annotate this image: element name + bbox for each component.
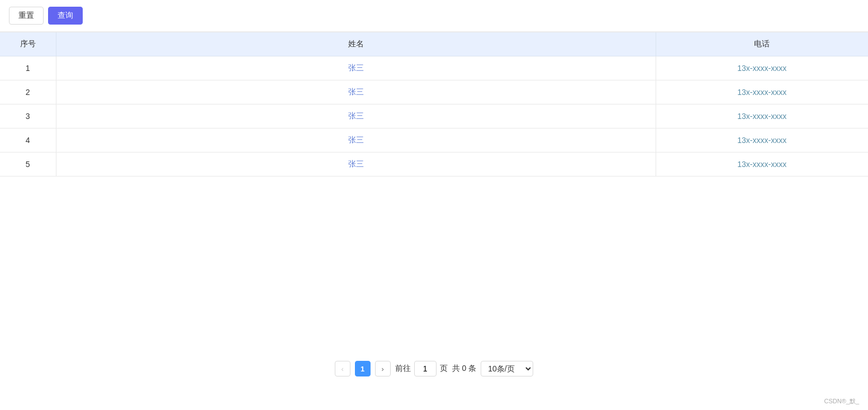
col-header-name: 姓名 [56, 32, 656, 56]
cell-phone[interactable]: 13x-xxxx-xxxx [656, 128, 868, 152]
table-header: 序号 姓名 电话 [0, 32, 868, 56]
cell-name[interactable]: 张三 [56, 56, 656, 80]
query-button[interactable]: 查询 [48, 7, 83, 25]
goto-suffix: 页 [440, 364, 448, 374]
table-row: 4张三13x-xxxx-xxxx [0, 128, 868, 152]
next-page-button[interactable]: › [375, 361, 391, 376]
table-container: 序号 姓名 电话 1张三13x-xxxx-xxxx2张三13x-xxxx-xxx… [0, 32, 868, 177]
cell-phone[interactable]: 13x-xxxx-xxxx [656, 80, 868, 104]
watermark: CSDN®_默_ [824, 397, 859, 406]
goto-input[interactable] [414, 361, 437, 376]
page-1-button[interactable]: 1 [355, 361, 371, 376]
col-header-phone: 电话 [656, 32, 868, 56]
prev-page-button[interactable]: ‹ [335, 361, 350, 376]
table-row: 5张三13x-xxxx-xxxx [0, 152, 868, 177]
page-wrapper: 重置 查询 序号 姓名 电话 1张三13x-xxxx-xxxx2张三13x-xx… [0, 0, 868, 410]
toolbar: 重置 查询 [0, 0, 868, 32]
cell-phone[interactable]: 13x-xxxx-xxxx [656, 152, 868, 177]
table-row: 1张三13x-xxxx-xxxx [0, 56, 868, 80]
cell-seq: 5 [0, 152, 56, 177]
page-goto: 前往 页 [395, 361, 448, 376]
cell-seq: 1 [0, 56, 56, 80]
reset-button[interactable]: 重置 [9, 7, 44, 25]
table-body: 1张三13x-xxxx-xxxx2张三13x-xxxx-xxxx3张三13x-x… [0, 56, 868, 177]
table-row: 3张三13x-xxxx-xxxx [0, 104, 868, 128]
cell-seq: 3 [0, 104, 56, 128]
cell-name[interactable]: 张三 [56, 152, 656, 177]
total-count: 共 0 条 [452, 364, 477, 374]
cell-name[interactable]: 张三 [56, 104, 656, 128]
cell-phone[interactable]: 13x-xxxx-xxxx [656, 56, 868, 80]
pagination: ‹ 1 › 前往 页 共 0 条 10条/页20条/页50条/页100条/页 [0, 350, 868, 388]
table-row: 2张三13x-xxxx-xxxx [0, 80, 868, 104]
data-table: 序号 姓名 电话 1张三13x-xxxx-xxxx2张三13x-xxxx-xxx… [0, 32, 868, 177]
page-size-select[interactable]: 10条/页20条/页50条/页100条/页 [481, 361, 533, 376]
cell-phone[interactable]: 13x-xxxx-xxxx [656, 104, 868, 128]
goto-prefix: 前往 [395, 364, 411, 374]
cell-name[interactable]: 张三 [56, 128, 656, 152]
cell-name[interactable]: 张三 [56, 80, 656, 104]
col-header-seq: 序号 [0, 32, 56, 56]
header-row: 序号 姓名 电话 [0, 32, 868, 56]
cell-seq: 2 [0, 80, 56, 104]
cell-seq: 4 [0, 128, 56, 152]
